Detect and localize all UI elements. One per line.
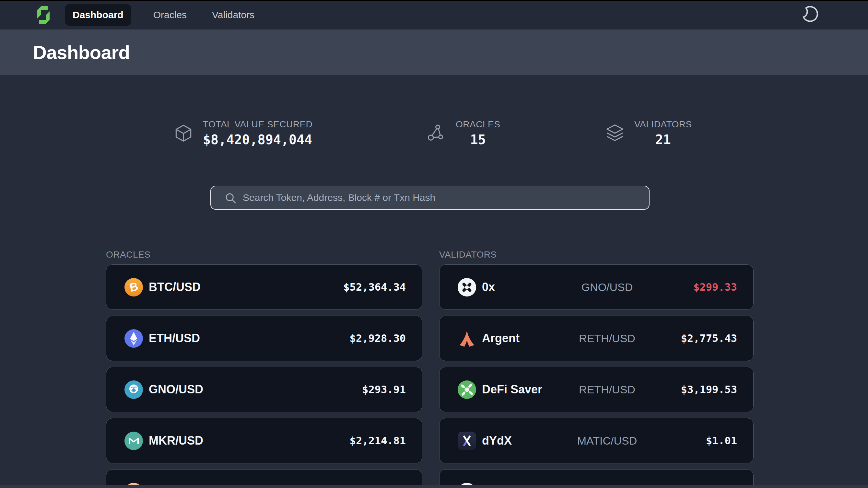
stat-label: ORACLES bbox=[456, 119, 500, 130]
stat-value: $8,420,894,044 bbox=[203, 132, 312, 147]
validators-column: VALIDATORS 0x GNO/USD $299.33 bbox=[439, 250, 753, 488]
layers-icon bbox=[606, 124, 624, 142]
oracle-row-mkr[interactable]: MKR/USD $2,214.81 bbox=[106, 418, 422, 463]
nav-item-label: Oracles bbox=[153, 9, 187, 20]
nodes-icon bbox=[427, 124, 446, 142]
oracles-column: ORACLES B BTC/USD $52,364.34 ETH/USD $2,… bbox=[106, 250, 422, 488]
stats-row: TOTAL VALUE SECURED $8,420,894,044 ORACL… bbox=[0, 119, 868, 147]
page-header: Dashboard bbox=[0, 30, 868, 75]
validator-row-argent[interactable]: Argent RETH/USD $2,775.43 bbox=[439, 316, 753, 361]
screen-edge-bottom bbox=[0, 485, 868, 488]
oracle-row-gno[interactable]: GNO/USD $293.91 bbox=[106, 367, 422, 412]
btc-icon: B bbox=[124, 278, 143, 296]
theme-toggle-button[interactable] bbox=[801, 5, 821, 25]
stat-value: 21 bbox=[634, 132, 692, 147]
page-title: Dashboard bbox=[33, 41, 130, 63]
oracle-row-eth[interactable]: ETH/USD $2,928.30 bbox=[106, 316, 422, 361]
validator-price: $3,199.53 bbox=[646, 383, 737, 396]
search-icon bbox=[223, 191, 238, 206]
stat-total-value-secured: TOTAL VALUE SECURED $8,420,894,044 bbox=[174, 119, 427, 147]
validators-section-label: VALIDATORS bbox=[439, 250, 753, 260]
eth-icon bbox=[124, 329, 143, 348]
oracles-section-label: ORACLES bbox=[106, 250, 422, 260]
screen-edge-top bbox=[0, 0, 868, 1]
validator-price: $2,775.43 bbox=[646, 332, 737, 345]
validator-pair: RETH/USD bbox=[568, 332, 646, 345]
stat-value: 15 bbox=[456, 132, 500, 147]
gno-icon bbox=[124, 381, 143, 399]
oracle-row-btc[interactable]: B BTC/USD $52,364.34 bbox=[106, 264, 422, 310]
nav-item-label: Dashboard bbox=[72, 9, 123, 21]
validator-row-0x[interactable]: 0x GNO/USD $299.33 bbox=[439, 264, 753, 310]
nav-item-validators[interactable]: Validators bbox=[208, 9, 259, 21]
brand-logo[interactable] bbox=[33, 4, 54, 25]
stat-label: TOTAL VALUE SECURED bbox=[203, 119, 312, 130]
validator-name: dYdX bbox=[482, 434, 512, 448]
search-section bbox=[210, 186, 650, 210]
argent-icon bbox=[458, 329, 476, 348]
brand-logo-icon bbox=[33, 4, 54, 25]
pair-price: $293.91 bbox=[203, 383, 406, 396]
nav-item-dashboard[interactable]: Dashboard bbox=[65, 4, 131, 26]
search-box[interactable] bbox=[210, 186, 650, 210]
mkr-icon bbox=[124, 432, 143, 450]
validator-name: 0x bbox=[482, 280, 495, 294]
defisaver-icon bbox=[458, 381, 476, 399]
nav-item-oracles[interactable]: Oracles bbox=[149, 9, 191, 21]
validator-pair: RETH/USD bbox=[568, 383, 646, 396]
pair-symbol: ETH/USD bbox=[149, 331, 200, 345]
pair-price: $2,214.81 bbox=[203, 434, 406, 447]
search-input[interactable] bbox=[211, 186, 649, 209]
top-nav: Dashboard Oracles Validators bbox=[0, 0, 868, 30]
nav-item-label: Validators bbox=[212, 9, 254, 20]
pair-symbol: MKR/USD bbox=[149, 434, 203, 448]
validator-price: $299.33 bbox=[646, 281, 737, 293]
validator-pair: GNO/USD bbox=[568, 281, 646, 294]
pair-price: $2,928.30 bbox=[200, 332, 406, 345]
moon-icon bbox=[801, 4, 821, 25]
lists-section: ORACLES B BTC/USD $52,364.34 ETH/USD $2,… bbox=[106, 250, 868, 488]
validator-name: DeFi Saver bbox=[482, 383, 542, 396]
dydx-icon bbox=[458, 432, 476, 450]
zrx-icon bbox=[458, 278, 476, 296]
pair-price: $52,364.34 bbox=[200, 281, 406, 293]
stat-oracles: ORACLES 15 bbox=[427, 119, 606, 147]
pair-symbol: GNO/USD bbox=[149, 383, 203, 396]
validator-pair: MATIC/USD bbox=[568, 434, 646, 447]
validator-name: Argent bbox=[482, 331, 520, 345]
stat-validators: VALIDATORS 21 bbox=[606, 119, 692, 147]
pair-symbol: BTC/USD bbox=[149, 280, 200, 294]
stat-label: VALIDATORS bbox=[634, 119, 692, 130]
validator-row-dydx[interactable]: dYdX MATIC/USD $1.01 bbox=[439, 418, 753, 463]
validator-row-defisaver[interactable]: DeFi Saver RETH/USD $3,199.53 bbox=[439, 367, 753, 412]
validator-price: $1.01 bbox=[646, 434, 737, 447]
cube-icon bbox=[174, 124, 193, 142]
